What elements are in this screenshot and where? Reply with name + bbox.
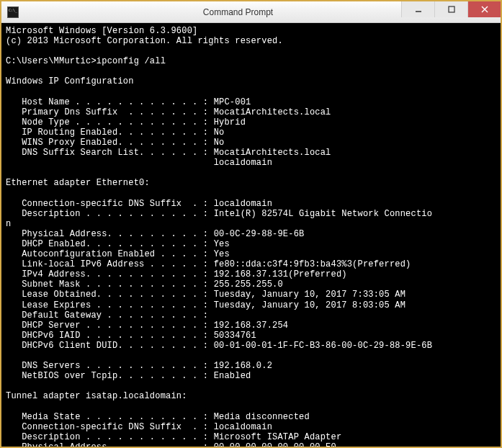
primary-dns-value: MocatiArchitects.local xyxy=(214,107,331,117)
wins-proxy-label: WINS Proxy Enabled. . . . . . . . : xyxy=(6,138,214,148)
dhcpv6-iaid-label: DHCPv6 IAID . . . . . . . . . . . : xyxy=(6,331,214,341)
conn-dns-label: Connection-specific DNS Suffix . : xyxy=(6,199,214,209)
dns-servers-label: DNS Servers . . . . . . . . . . . : xyxy=(6,361,214,371)
host-name-value: MPC-001 xyxy=(214,97,251,107)
cmd-icon xyxy=(7,6,19,18)
physical-addr-label: Physical Address. . . . . . . . . : xyxy=(6,229,214,239)
media-state-value: Media disconnected xyxy=(214,412,310,422)
description-value: Microsoft ISATAP Adapter xyxy=(214,432,342,442)
subnet-value: 255.255.255.0 xyxy=(214,279,283,290)
dhcp-enabled-label: DHCP Enabled. . . . . . . . . . . : xyxy=(6,239,214,249)
section-heading: Tunnel adapter isatap.localdomain: xyxy=(6,391,187,401)
dhcp-server-label: DHCP Server . . . . . . . . . . . : xyxy=(6,321,214,331)
dns-suffix-list-label: DNS Suffix Search List. . . . . . : xyxy=(6,148,214,158)
dhcp-server-value: 192.168.37.254 xyxy=(214,321,289,331)
node-type-value: Hybrid xyxy=(214,117,246,127)
lease-expires-label: Lease Expires . . . . . . . . . . : xyxy=(6,300,214,310)
ipv4-value: 192.168.37.131(Preferred) xyxy=(214,269,347,279)
header-line2: (c) 2013 Microsoft Corporation. All righ… xyxy=(6,36,283,46)
window-controls xyxy=(401,1,501,17)
ip-routing-value: No xyxy=(214,127,225,138)
terminal-output[interactable]: Microsoft Windows [Version 6.3.9600] (c)… xyxy=(1,23,501,447)
command-prompt-window: Command Prompt Microsoft Windows [Versio… xyxy=(0,0,502,448)
lease-obtained-value: Tuesday, January 10, 2017 7:33:05 AM xyxy=(214,290,405,300)
netbios-value: Enabled xyxy=(214,371,251,381)
maximize-button[interactable] xyxy=(434,1,467,17)
conn-dns-value: localdomain xyxy=(214,422,272,432)
dhcpv6-iaid-value: 50334761 xyxy=(214,331,256,341)
dhcp-enabled-value: Yes xyxy=(214,239,230,249)
ip-routing-label: IP Routing Enabled. . . . . . . . : xyxy=(6,127,214,138)
prompt: C:\Users\MMurtic> xyxy=(6,56,97,66)
wins-proxy-value: No xyxy=(214,138,225,148)
close-button[interactable] xyxy=(467,1,501,17)
ipv4-label: IPv4 Address. . . . . . . . . . . : xyxy=(6,269,214,279)
dhcpv6-duid-label: DHCPv6 Client DUID. . . . . . . . : xyxy=(6,341,214,351)
autoconfig-label: Autoconfiguration Enabled . . . . : xyxy=(6,249,214,259)
description-label: Description . . . . . . . . . . . : xyxy=(6,432,214,442)
command: ipconfig /all xyxy=(97,56,166,66)
conn-dns-value: localdomain xyxy=(214,199,272,209)
physical-addr-value: 00-00-00-00-00-00-00-E0 xyxy=(214,442,336,447)
netbios-label: NetBIOS over Tcpip. . . . . . . . : xyxy=(6,371,214,381)
primary-dns-label: Primary Dns Suffix . . . . . . . : xyxy=(6,107,214,117)
dns-servers-value: 192.168.0.2 xyxy=(214,361,272,371)
description-label: Description . . . . . . . . . . . : xyxy=(6,209,214,219)
lease-obtained-label: Lease Obtained. . . . . . . . . . : xyxy=(6,290,214,300)
host-name-label: Host Name . . . . . . . . . . . . : xyxy=(6,97,214,107)
dhcpv6-duid-value: 00-01-00-01-1F-FC-B3-86-00-0C-29-88-9E-6… xyxy=(214,341,432,351)
dns-suffix-list-value2: localdomain xyxy=(6,158,272,168)
lease-expires-value: Tuesday, January 10, 2017 8:03:05 AM xyxy=(214,300,405,310)
section-heading: Windows IP Configuration xyxy=(6,76,134,86)
autoconfig-value: Yes xyxy=(214,249,230,259)
svg-rect-1 xyxy=(449,6,454,12)
gateway-label: Default Gateway . . . . . . . . . : xyxy=(6,310,214,321)
dns-suffix-list-value: MocatiArchitects.local xyxy=(214,148,331,158)
section-heading: Ethernet adapter Ethernet0: xyxy=(6,178,150,188)
physical-addr-value: 00-0C-29-88-9E-6B xyxy=(214,229,305,239)
header-line1: Microsoft Windows [Version 6.3.9600] xyxy=(6,26,197,36)
subnet-label: Subnet Mask . . . . . . . . . . . : xyxy=(6,279,214,290)
node-type-label: Node Type . . . . . . . . . . . . : xyxy=(6,117,214,127)
media-state-label: Media State . . . . . . . . . . . : xyxy=(6,412,214,422)
link-local-ipv6-label: Link-local IPv6 Address . . . . . : xyxy=(6,259,214,269)
titlebar[interactable]: Command Prompt xyxy=(1,1,501,23)
description-value: Intel(R) 82574L Gigabit Network Connecti… xyxy=(214,209,432,219)
description-wrap: n xyxy=(6,219,11,229)
conn-dns-label: Connection-specific DNS Suffix . : xyxy=(6,422,214,432)
physical-addr-label: Physical Address. . . . . . . . . : xyxy=(6,442,214,447)
minimize-button[interactable] xyxy=(401,1,434,17)
link-local-ipv6-value: fe80::dda:c3f4:9fb3:ba43%3(Preferred) xyxy=(214,259,411,269)
